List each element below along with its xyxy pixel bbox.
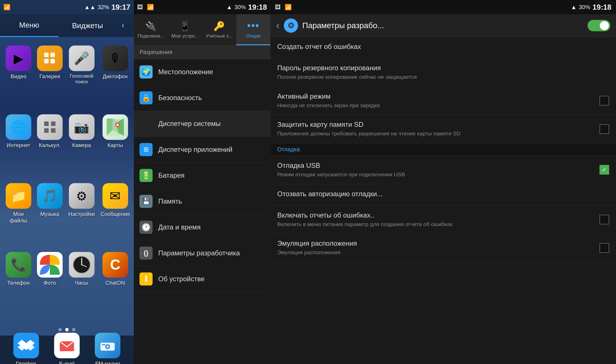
settings-tabs: 🔌 Подключе... 📱 Мое устро... 🔑 Учетные з… <box>134 14 270 46</box>
tab-accounts[interactable]: 🔑 Учетные з... <box>202 14 236 45</box>
svg-point-13 <box>116 124 119 126</box>
active-mode-checkbox[interactable] <box>599 96 609 106</box>
mydevice-icon: 📱 <box>179 21 191 32</box>
app-label-voice: Голосовой поиск <box>68 73 95 85</box>
app-label-recorder: Диктофон <box>103 73 128 80</box>
dev-item-error-reports[interactable]: Включать отчеты об ошибках.. Включить в … <box>270 206 616 234</box>
dev-item-usb-debug[interactable]: Отладка USB Режим отладки запускается пр… <box>270 156 616 184</box>
error-reports-subtitle: Включить в меню питания параметр для соз… <box>277 221 599 228</box>
app-maps[interactable]: Карты <box>100 114 130 177</box>
settings-item-battery[interactable]: 🔋 Батарея <box>134 163 270 189</box>
app-clock[interactable]: Часы <box>68 252 95 315</box>
memory-label: Память <box>158 197 182 205</box>
sysmanager-label: Диспетчер системы <box>158 120 221 128</box>
dev-header-title: Параметры разрабо... <box>302 21 583 30</box>
appmanager-label: Диспетчер приложений <box>158 146 233 154</box>
accounts-icon: 🔑 <box>213 21 225 32</box>
dot-3 <box>72 328 75 331</box>
bottom-dock: Dropbox E-mail FM-радио <box>0 336 134 364</box>
tab-widgets[interactable]: Виджеты <box>58 14 117 37</box>
app-phone[interactable]: 📞 Телефон <box>6 252 31 315</box>
svg-rect-27 <box>102 344 105 345</box>
settings-item-appmanager[interactable]: ⊞ Диспетчер приложений <box>134 137 270 163</box>
app-settings[interactable]: ⚙ Настройки <box>68 183 95 246</box>
app-icon-chaton: C <box>102 252 128 278</box>
download-tab[interactable]: ⬇ <box>117 23 134 28</box>
settings-item-security[interactable]: 🔒 Безопасность <box>134 85 270 111</box>
settings-status-right: ▲ 30% 19:18 <box>227 3 267 12</box>
app-voice[interactable]: 🎤 Голосовой поиск <box>68 46 95 109</box>
dev-options-list: Создать отчет об ошибках Пароль резервно… <box>270 37 616 364</box>
dock-email[interactable]: E-mail <box>54 333 80 364</box>
developer-mode-switch[interactable] <box>588 20 610 31</box>
app-icon-gallery <box>37 46 63 71</box>
app-label-internet: Интернет <box>7 142 30 149</box>
emulate-location-checkbox[interactable] <box>599 243 609 253</box>
dev-battery: 30% <box>579 4 590 11</box>
tab-connect[interactable]: 🔌 Подключе... <box>134 14 168 45</box>
home-screen: 📶 ▲▲ 32% 19:17 Меню Виджеты ⬇ ▶ Видео <box>0 0 134 364</box>
usb-debug-checkbox[interactable]: ✓ <box>599 165 609 175</box>
settings-item-sysmanager[interactable]: Диспетчер системы <box>134 111 270 137</box>
app-internet[interactable]: 🌐 Интернет <box>6 114 31 177</box>
dev-item-backup-password[interactable]: Пароль резервного копирования Полное рез… <box>270 58 616 87</box>
back-button[interactable]: ‹ <box>276 20 280 32</box>
dev-status-right: ▲ 30% 19:18 <box>571 3 611 12</box>
switch-thumb <box>600 21 609 30</box>
app-icon-voice: 🎤 <box>69 46 95 71</box>
dev-item-create-report[interactable]: Создать отчет об ошибках <box>270 37 616 58</box>
app-calc[interactable]: Калькул. <box>37 114 63 177</box>
dev-header: ‹ ⚙ Параметры разрабо... <box>270 14 616 37</box>
app-icon-messages: ✉ <box>102 183 128 209</box>
app-camera[interactable]: 📷 Камера <box>68 114 95 177</box>
backup-password-title: Пароль резервного копирования <box>277 64 609 72</box>
app-music[interactable]: 🎵 Музыка <box>37 183 63 246</box>
app-label-phone: Телефон <box>7 280 30 286</box>
protect-sd-checkbox[interactable] <box>599 124 609 134</box>
tab-options[interactable]: ••• Опции <box>236 14 270 45</box>
dev-item-emulate-location[interactable]: Эмуляция расположения Эмуляция расположе… <box>270 234 616 262</box>
settings-item-about[interactable]: ℹ Об устройстве <box>134 266 270 292</box>
tab-menu[interactable]: Меню <box>0 14 58 37</box>
tab-mydevice[interactable]: 📱 Мое устро... <box>168 14 202 45</box>
svg-rect-6 <box>44 128 49 133</box>
settings-section-header: Разрешения <box>134 46 270 59</box>
app-icon-camera: 📷 <box>69 114 95 140</box>
settings-item-developer[interactable]: {} Параметры разработчика <box>134 240 270 266</box>
dev-item-active-mode[interactable]: Активный режим Никогда не отключать экра… <box>270 87 616 115</box>
settings-photo-icon: 🖼 <box>137 4 143 10</box>
app-messages[interactable]: ✉ Сообщения <box>100 183 130 246</box>
mydevice-label: Мое устро... <box>171 33 199 39</box>
error-reports-checkbox[interactable] <box>599 215 609 224</box>
app-gallery[interactable]: Галерея <box>37 46 63 109</box>
dev-item-protect-sd[interactable]: Защитить карту памяти SD Приложения долж… <box>270 115 616 143</box>
app-chaton[interactable]: C ChatON <box>100 252 130 315</box>
app-icon-phone: 📞 <box>6 252 31 278</box>
options-label: Опции <box>246 33 260 39</box>
settings-item-location[interactable]: 🌍 Местоположение <box>134 59 270 85</box>
svg-point-26 <box>106 346 109 348</box>
settings-item-memory[interactable]: 💾 Память <box>134 189 270 214</box>
settings-time: 19:18 <box>248 3 267 12</box>
backup-password-subtitle: Полное резервное копирование сейчас не з… <box>277 74 609 81</box>
dock-dropbox[interactable]: Dropbox <box>13 333 39 364</box>
svg-rect-7 <box>51 128 56 133</box>
settings-item-datetime[interactable]: 🕐 Дата и время <box>134 214 270 240</box>
app-recorder[interactable]: 🎙 Диктофон <box>100 46 130 109</box>
dev-item-revoke-auth[interactable]: Отозвать авторизацию отладки... <box>270 184 616 206</box>
download-icon: ⬇ <box>121 23 125 28</box>
battery-label: Батарея <box>158 171 184 179</box>
dock-fmradio[interactable]: FM-радио <box>95 333 120 364</box>
create-report-title: Создать отчет об ошибках <box>277 43 361 51</box>
app-photos[interactable]: Фото <box>37 252 63 315</box>
dock-icon-email <box>54 333 80 358</box>
settings-panel: 🖼 📶 ▲ 30% 19:18 🔌 Подключе... 📱 Мое устр… <box>134 0 270 364</box>
memory-icon: 💾 <box>139 195 153 208</box>
app-myfiles[interactable]: 📁 Мои файлы <box>6 183 31 246</box>
developer-icon: {} <box>139 247 153 260</box>
datetime-icon: 🕐 <box>139 221 153 234</box>
app-video[interactable]: ▶ Видео <box>6 46 31 109</box>
protect-sd-title: Защитить карту памяти SD <box>277 121 599 129</box>
app-label-settings: Настройки <box>68 211 95 218</box>
svg-rect-5 <box>51 121 56 126</box>
